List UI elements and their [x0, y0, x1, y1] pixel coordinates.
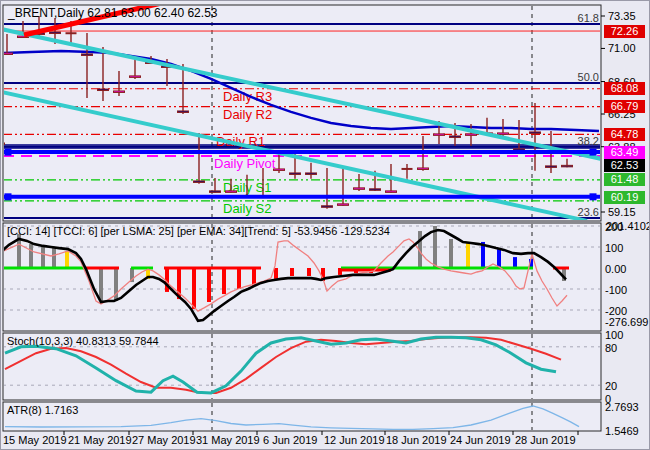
- trendline-handle[interactable]: [590, 149, 597, 156]
- pivot-label: Daily Pivot: [214, 156, 276, 171]
- candle-body: [306, 173, 317, 175]
- fib-label: 50.0: [578, 71, 599, 83]
- candle-body: [322, 206, 333, 208]
- candle-body: [114, 91, 125, 93]
- atr-indicator-label: ATR(8) 1.7163: [7, 404, 78, 416]
- candle-body: [530, 132, 541, 134]
- candle-body: [354, 188, 365, 190]
- candle-body: [290, 173, 301, 175]
- stoch-indicator-label: Stoch(10,3,3) 40.8313 59.7844: [7, 335, 159, 347]
- candle-body: [370, 189, 381, 191]
- candle-body: [194, 181, 205, 183]
- candle-body: [226, 191, 237, 193]
- pivot-label: Daily S2: [223, 201, 271, 216]
- candle-body: [210, 191, 221, 193]
- chart-symbol-title: _BRENT,Daily 62.81 63.00 62.40 62.53: [8, 6, 217, 20]
- candle-body: [546, 166, 557, 168]
- fib-label: 38.2: [578, 135, 599, 147]
- candle-body: [418, 168, 429, 170]
- pivot-label: Daily R2: [223, 107, 272, 122]
- candle-body: [50, 32, 61, 34]
- trendline-handle[interactable]: [590, 193, 597, 200]
- candle-body: [98, 89, 109, 91]
- candle-body: [274, 169, 285, 171]
- candle-body: [386, 191, 397, 193]
- candle-body: [338, 204, 349, 206]
- trendline-handle[interactable]: [5, 193, 12, 200]
- candle-body: [178, 111, 189, 113]
- candle-body: [450, 136, 461, 138]
- candle-body: [466, 134, 477, 136]
- candle-body: [562, 165, 573, 167]
- cci-indicator-label: [CCI: 14] [TCCI: 6] [per LSMA: 25] [per …: [7, 225, 390, 237]
- fib-label: 61.8: [578, 12, 599, 24]
- fib-label: 23.6: [578, 206, 599, 218]
- trading-chart-window: Daily R3Daily R2Daily R1Daily PivotDaily…: [0, 0, 650, 450]
- candle-body: [434, 134, 445, 136]
- candle-body: [130, 76, 141, 78]
- candle-body: [498, 133, 509, 135]
- candle-body: [82, 54, 93, 56]
- trendline-handle[interactable]: [5, 149, 12, 156]
